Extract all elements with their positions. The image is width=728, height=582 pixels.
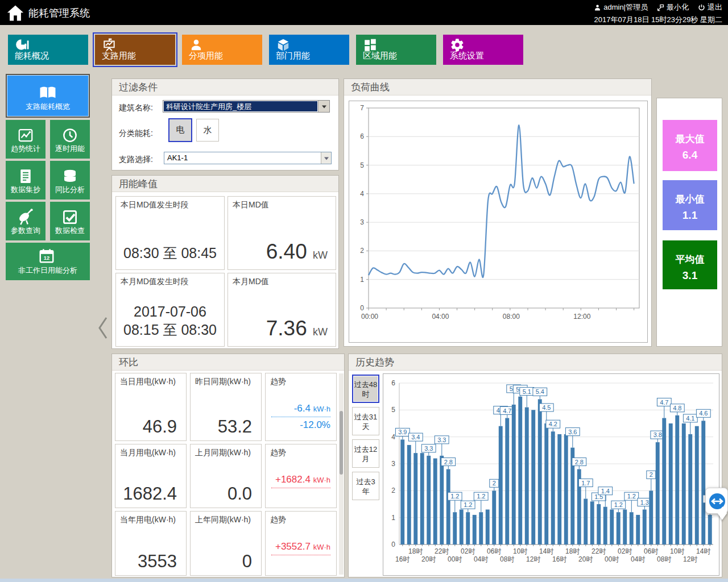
svg-text:1.4: 1.4 (601, 488, 610, 494)
svg-text:12时: 12时 (526, 555, 540, 563)
tab-label: 区域用能 (363, 51, 397, 61)
svg-text:3.4: 3.4 (411, 434, 420, 440)
trend-value: +3552.7 kW·h (271, 541, 330, 558)
building-select[interactable]: 科研设计院生产用房_楼层 (163, 100, 330, 113)
svg-text:02时: 02时 (461, 547, 475, 555)
svg-text:4.8: 4.8 (673, 405, 681, 411)
sidebar-item-trend-stats[interactable]: 趋势统计 (6, 120, 46, 159)
collapse-chevron-icon[interactable] (97, 315, 110, 340)
card-value: 46.9 (143, 417, 177, 437)
filter-panel: 过滤条件 建筑名称: 科研设计院生产用房_楼层 分类能耗: 电 水 支路选择: … (111, 78, 339, 171)
energy-type-water-button[interactable]: 水 (196, 119, 219, 142)
svg-text:4.7: 4.7 (503, 408, 511, 414)
svg-text:1.2: 1.2 (450, 493, 459, 500)
sidebar-item-hourly-energy[interactable]: 逐时用能 (50, 120, 90, 159)
minimize-label: 最小化 (667, 2, 689, 13)
svg-text:4.1: 4.1 (686, 415, 694, 422)
chevron-down-icon[interactable] (318, 101, 329, 112)
svg-text:4: 4 (360, 190, 364, 198)
today-md-value-card: 本日MD值 6.40 kW (228, 196, 336, 270)
clock-icon (61, 127, 78, 144)
tab-label: 能耗概况 (15, 51, 49, 61)
comparison-panel: 环比 当日用电(kW·h) 46.9 昨日同期(kW·h) 53.2 趋势 -6… (111, 354, 345, 577)
chevron-down-icon[interactable] (321, 152, 331, 164)
svg-text:2.8: 2.8 (444, 459, 453, 465)
sidebar-item-yoy-analysis[interactable]: 同比分析 (50, 161, 90, 199)
card-value: 3553 (138, 551, 177, 572)
tab-area-energy[interactable]: 区域用能 (356, 35, 436, 65)
card-label: 趋势 (270, 448, 286, 458)
building-label: 建筑名称: (119, 103, 153, 113)
user-menu[interactable]: admin|管理员 (593, 2, 648, 13)
home-icon[interactable] (6, 3, 25, 23)
sidebar-item-nonworkday-analysis[interactable]: 12 非工作日用能分析 (6, 243, 90, 280)
tab-label: 分项用能 (189, 51, 223, 61)
tab-label: 部门用能 (276, 51, 310, 61)
tab-system-settings[interactable]: 系统设置 (443, 35, 523, 65)
energy-type-label: 分类能耗: (119, 128, 153, 139)
sidebar-item-label: 数据检查 (50, 226, 90, 236)
calendar-icon: 12 (38, 247, 57, 267)
sidebar-item-branch-overview[interactable]: 支路能耗概览 (6, 74, 90, 118)
period-12m-button[interactable]: 过去12月 (352, 439, 379, 468)
svg-text:12:00: 12:00 (573, 313, 590, 321)
tab-energy-overview[interactable]: 能耗概况 (8, 35, 88, 65)
period-3y-button[interactable]: 过去3年 (352, 472, 379, 500)
svg-text:2.8: 2.8 (575, 459, 584, 465)
card-value: 7.36 (266, 317, 307, 340)
tab-department-energy[interactable]: 部门用能 (269, 35, 349, 65)
card-label: 趋势 (270, 515, 286, 525)
period-48h-button[interactable]: 过去48时 (352, 375, 379, 403)
svg-text:6: 6 (360, 132, 364, 140)
logout-button[interactable]: 退出 (697, 2, 722, 13)
svg-text:20时: 20时 (421, 555, 436, 563)
panel-title: 环比 (112, 354, 344, 371)
card-unit: kW (313, 250, 328, 261)
svg-text:4.7: 4.7 (660, 399, 668, 406)
tab-label: 系统设置 (450, 51, 484, 61)
branch-select[interactable]: AK1-1 (164, 152, 332, 164)
svg-text:04时: 04时 (474, 555, 488, 563)
stat-value: 1.1 (663, 209, 717, 222)
svg-text:1: 1 (360, 276, 364, 284)
trend-value: +1682.4 kW·h (271, 474, 330, 490)
svg-text:1.2: 1.2 (464, 501, 472, 508)
remote-control-popup[interactable] (705, 488, 728, 514)
svg-text:2: 2 (493, 480, 496, 487)
card-unit: kW (313, 326, 328, 338)
svg-text:16时: 16时 (395, 555, 410, 563)
tab-category-energy[interactable]: 分项用能 (182, 35, 262, 65)
panel-title: 过滤条件 (112, 79, 338, 95)
svg-text:22时: 22时 (435, 547, 449, 555)
load-curve-chart[interactable]: 0123456700:0004:0008:0012:00 (349, 101, 648, 343)
svg-text:2: 2 (391, 487, 395, 494)
svg-text:5: 5 (360, 161, 364, 169)
minimize-button[interactable]: 最小化 (656, 2, 689, 13)
month-trend-card: 趋势 +1682.4 kW·h (265, 444, 337, 508)
svg-text:7: 7 (360, 104, 364, 112)
scrollbar-thumb[interactable] (340, 411, 343, 475)
card-label: 本月MD值 (233, 277, 269, 287)
today-usage-card: 当日用电(kW·h) 46.9 (115, 373, 187, 441)
tab-branch-energy[interactable]: 支路用能 (95, 35, 175, 65)
scrollbar[interactable] (339, 373, 344, 575)
svg-text:4.6: 4.6 (699, 410, 708, 417)
svg-text:12时: 12时 (683, 555, 697, 563)
history-bar-chart[interactable]: 012345616时3.918时3.420时3.322时3.32.800时1.2… (383, 373, 719, 576)
svg-text:00时: 00时 (605, 555, 619, 563)
svg-text:10时: 10时 (513, 547, 527, 555)
card-value: 08:15 至 08:30 (116, 321, 224, 339)
energy-type-electric-button[interactable]: 电 (168, 118, 192, 142)
svg-text:0: 0 (391, 541, 395, 548)
card-value: 0 (242, 551, 252, 572)
sidebar-item-data-check[interactable]: 数据检查 (50, 202, 90, 240)
svg-text:12: 12 (44, 255, 49, 261)
branch-label: 支路选择: (119, 155, 153, 165)
sidebar-item-data-collection[interactable]: 数据集抄 (6, 161, 46, 199)
document-icon (17, 168, 34, 185)
period-31d-button[interactable]: 过去31天 (352, 407, 379, 435)
window-bottom-edge (0, 579, 728, 582)
card-label: 本日MD值发生时段 (121, 200, 189, 210)
sidebar-item-parameter-query[interactable]: 参数查询 (6, 202, 46, 240)
svg-text:3.6: 3.6 (568, 429, 577, 435)
